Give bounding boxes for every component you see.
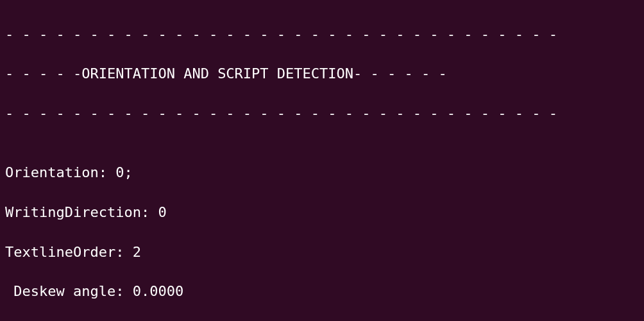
divider-bottom: - - - - - - - - - - - - - - - - - - - - … [5, 104, 639, 124]
textline-order-line: TextlineOrder: 2 [5, 243, 639, 263]
terminal-output: - - - - - - - - - - - - - - - - - - - - … [0, 0, 644, 321]
orientation-line: Orientation: 0; [5, 163, 639, 183]
section-header: - - - - -ORIENTATION AND SCRIPT DETECTIO… [5, 64, 639, 84]
writing-direction-line: WritingDirection: 0 [5, 203, 639, 223]
divider-top: - - - - - - - - - - - - - - - - - - - - … [5, 25, 639, 45]
deskew-angle-line: Deskew angle: 0.0000 [5, 282, 639, 302]
